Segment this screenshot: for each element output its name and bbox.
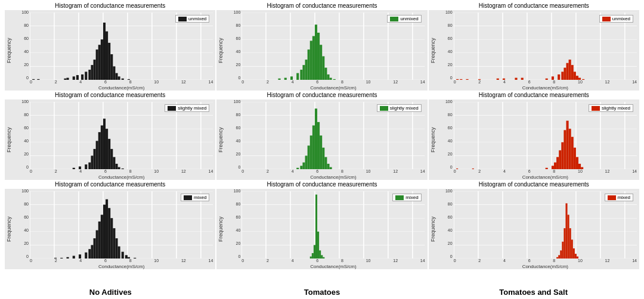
y-axis-label: Frequency [429,189,437,269]
x-tick: 12 [393,169,398,173]
y-tick: 100 [225,99,242,104]
svg-rect-99 [573,71,575,80]
x-axis-label: Conductance(mS/cm) [454,264,637,269]
svg-rect-93 [558,74,560,80]
svg-rect-127 [106,129,108,169]
plot-area: mixed [242,191,425,258]
plot-area: unmixed [454,13,637,80]
chart-area: Frequency020406080100unmixed02468101214C… [5,10,215,91]
svg-rect-159 [325,157,327,169]
svg-rect-31 [110,54,113,80]
x-tick: 0 [242,169,244,173]
legend-label: slightly mixed [178,105,206,111]
x-tick: 0 [454,169,456,173]
x-tick: 8 [553,169,555,173]
y-tick: 60 [13,215,30,219]
x-tick: 0 [242,258,244,263]
svg-rect-181 [556,157,559,169]
chart-r1c1: Histogram of conductance measurementsFre… [216,92,427,180]
svg-rect-123 [96,141,98,169]
svg-rect-225 [122,252,124,258]
svg-rect-62 [317,33,320,80]
x-tick: 6 [316,169,318,173]
svg-rect-154 [312,126,315,169]
svg-rect-63 [320,45,322,80]
svg-rect-64 [323,56,325,80]
chart-title: Histogram of conductance measurements [479,92,589,98]
x-tick: 4 [292,258,294,263]
legend-label: unmixed [188,16,206,21]
x-tick: 4 [292,169,294,173]
y-tick: 100 [13,189,30,193]
x-tick: 8 [341,169,343,173]
svg-rect-212 [88,249,91,258]
chart-r2c2: Histogram of conductance measurementsFre… [429,181,639,269]
plot-area: slightly mixed [242,102,425,169]
x-tick: 2 [267,258,269,263]
y-axis-label: Frequency [5,10,13,91]
x-tick: 0 [30,169,32,173]
y-tick: 80 [13,202,30,206]
svg-rect-189 [576,157,578,169]
y-tick: 80 [437,202,454,206]
svg-rect-23 [91,65,93,80]
svg-rect-275 [575,254,577,258]
x-tick: 2 [55,80,57,84]
chart-legend: slightly mixed [377,104,422,112]
chart-area: Frequency020406080100slightly mixed02468… [216,99,427,180]
chart-title: Histogram of conductance measurements [55,92,165,98]
chart-legend: unmixed [175,15,209,23]
y-tick: 60 [13,36,30,41]
svg-rect-126 [103,119,106,169]
svg-rect-54 [297,73,299,80]
x-tick: 6 [528,169,531,173]
x-tick: 4 [503,169,506,173]
chart-title: Histogram of conductance measurements [55,181,165,188]
svg-rect-247 [317,232,319,258]
legend-label: slightly mixed [602,105,630,111]
svg-rect-271 [567,215,569,258]
y-tick: 100 [225,189,242,193]
y-tick: 80 [225,23,242,27]
svg-rect-124 [98,132,101,169]
svg-rect-216 [98,222,101,258]
svg-rect-131 [115,164,117,169]
y-tick: 20 [437,63,454,67]
svg-rect-267 [560,250,562,258]
legend-swatch [390,17,398,21]
svg-rect-120 [88,163,91,169]
x-tick: 0 [454,80,456,84]
svg-rect-21 [85,71,87,80]
x-tick: 8 [129,258,132,263]
x-tick: 0 [30,80,32,84]
x-tick: 8 [341,258,343,263]
legend-swatch [592,106,600,111]
svg-rect-218 [103,205,106,258]
y-tick: 0 [437,76,454,80]
x-tick: 12 [181,80,186,84]
svg-rect-213 [91,245,93,258]
x-tick: 4 [292,80,294,84]
chart-legend: unmixed [599,15,633,23]
y-tick: 0 [437,165,454,169]
plot-area: slightly mixed [454,102,637,169]
y-tick: 0 [225,254,242,258]
legend-label: unmixed [612,16,630,21]
x-tick: 14 [420,258,425,263]
svg-rect-20 [81,74,83,80]
x-tick: 2 [478,258,481,263]
chart-title: Histogram of conductance measurements [479,2,589,9]
svg-rect-273 [571,239,572,258]
svg-rect-268 [562,242,564,258]
y-tick: 80 [437,113,454,117]
y-tick: 20 [13,241,30,245]
x-tick: 4 [79,80,82,84]
chart-legend: slightly mixed [165,104,209,112]
x-tick: 4 [503,80,506,84]
x-tick: 4 [79,169,82,173]
col-label-1: Tomatoes [216,286,428,298]
x-tick: 8 [553,80,555,84]
svg-rect-65 [325,68,327,80]
x-tick: 2 [55,169,57,173]
svg-rect-221 [110,218,113,258]
